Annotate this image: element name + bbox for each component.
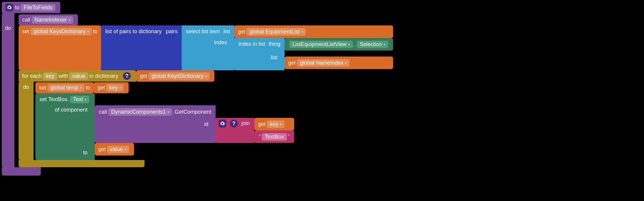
of-component-label: of component: [52, 105, 91, 115]
list-of-pairs-label: list of pairs to dictionary: [105, 28, 162, 35]
get-label: get: [98, 146, 106, 153]
index-in-list-label: index in list: [238, 41, 265, 47]
text-property-dropdown[interactable]: Text▾: [70, 96, 89, 103]
keysdictionary-dropdown-2[interactable]: global KeysDictionary▾: [148, 72, 210, 80]
get-label: get: [238, 29, 245, 35]
to-label: to: [93, 28, 97, 35]
set-keysdictionary-block[interactable]: set global KeysDictionary▾ to: [19, 25, 101, 70]
component-property-block[interactable]: ListEquipmentListView▾ . Selection▾: [285, 38, 393, 51]
do-label: do: [5, 25, 11, 31]
keysdictionary-dropdown[interactable]: global KeysDictionary▾: [31, 28, 92, 35]
get-value-block[interactable]: get value▾: [95, 143, 134, 156]
foreach-dictionary-block[interactable]: for each key with value in dictionary ?: [19, 70, 136, 82]
open-quote: “: [259, 134, 261, 140]
in-dictionary-label: in dictionary: [89, 73, 118, 79]
to-label: to: [86, 85, 90, 91]
list-of-pairs-block[interactable]: list of pairs to dictionary pairs: [101, 25, 182, 70]
help-icon[interactable]: ?: [123, 72, 131, 80]
pairs-arg-label: pairs: [166, 28, 177, 35]
to-label: to: [15, 4, 19, 11]
index-arg-label: index: [211, 38, 230, 48]
join-block[interactable]: ? join: [216, 118, 255, 143]
getcomponent-label: .GetComponent: [173, 109, 211, 115]
value-dropdown[interactable]: value▾: [107, 146, 129, 153]
temp-dropdown[interactable]: global temp▾: [47, 84, 85, 92]
set-label: set: [22, 28, 29, 35]
get-label: get: [140, 73, 147, 79]
text-literal-value[interactable]: TextBox: [262, 133, 287, 141]
key-var[interactable]: key: [43, 72, 57, 80]
nameindex-dropdown[interactable]: global NameIndex▾: [297, 59, 350, 67]
gear-icon-2[interactable]: [219, 120, 226, 127]
procedure-rail: do: [2, 13, 14, 167]
do-label-2: do: [23, 84, 29, 90]
foreach-foot: [19, 160, 145, 167]
equipmentlist-dropdown[interactable]: global EquipmentList▾: [246, 28, 306, 36]
join-label: join: [241, 120, 250, 127]
set-textbox-text-block[interactable]: set TextBox. Text▾ of component to: [35, 93, 95, 160]
get-keysdictionary-block[interactable]: get global KeysDictionary▾: [136, 70, 214, 82]
value-var[interactable]: value: [69, 72, 88, 80]
procedure-foot: [2, 167, 41, 176]
set-textbox-label: set TextBox.: [40, 96, 69, 103]
help-icon-2[interactable]: ?: [230, 120, 238, 127]
foreach-rail: do: [19, 82, 34, 160]
dot-label: .: [354, 41, 356, 48]
call-getcomponent-block[interactable]: call DynamicComponents1▾ .GetComponent i…: [95, 105, 216, 143]
get-equipmentlist-block[interactable]: get global EquipmentList▾: [234, 25, 393, 38]
call-nameindexer-block[interactable]: call NameIndexer▾: [19, 14, 78, 25]
procedure-definition-block[interactable]: to FileToFields: [2, 2, 60, 13]
list-arg-label-2: list: [268, 53, 280, 63]
thing-arg-label: thing: [269, 41, 280, 47]
get-label: get: [288, 60, 296, 66]
call-label-2: call: [99, 109, 107, 115]
foreach-label: for each: [22, 73, 42, 79]
close-quote: ”: [288, 134, 290, 140]
gear-icon[interactable]: [5, 4, 13, 11]
nameindexer-dropdown[interactable]: NameIndexer▾: [31, 16, 73, 24]
get-key-block[interactable]: get key▾: [94, 82, 129, 93]
property-dropdown[interactable]: Selection▾: [357, 41, 388, 48]
component-dropdown[interactable]: ListEquipmentListView▾: [289, 41, 353, 48]
get-nameindex-block[interactable]: get global NameIndex▾: [285, 57, 393, 69]
id-arg-label: id: [201, 119, 211, 129]
dynamiccomponents-dropdown[interactable]: DynamicComponents1▾: [108, 108, 172, 116]
procedure-name[interactable]: FileToFields: [21, 4, 55, 11]
text-literal-block[interactable]: “ TextBox ”: [255, 130, 294, 143]
set-label: set: [39, 85, 46, 91]
call-label: call: [22, 17, 30, 23]
index-in-list-block[interactable]: index in list thing list: [234, 38, 285, 70]
list-arg-label: list: [223, 28, 230, 35]
get-label: get: [258, 121, 266, 127]
set-temp-block[interactable]: set global temp▾ to: [35, 82, 94, 93]
key-dropdown-2[interactable]: key▾: [267, 121, 285, 128]
select-list-item-block[interactable]: select list item list index: [182, 25, 234, 70]
select-list-item-label: select list item: [186, 28, 220, 35]
get-label: get: [97, 85, 105, 91]
with-label: with: [58, 73, 68, 79]
key-dropdown[interactable]: key▾: [106, 84, 124, 92]
get-key-block-2[interactable]: get key▾: [255, 118, 294, 130]
to-label-2: to: [80, 148, 91, 158]
